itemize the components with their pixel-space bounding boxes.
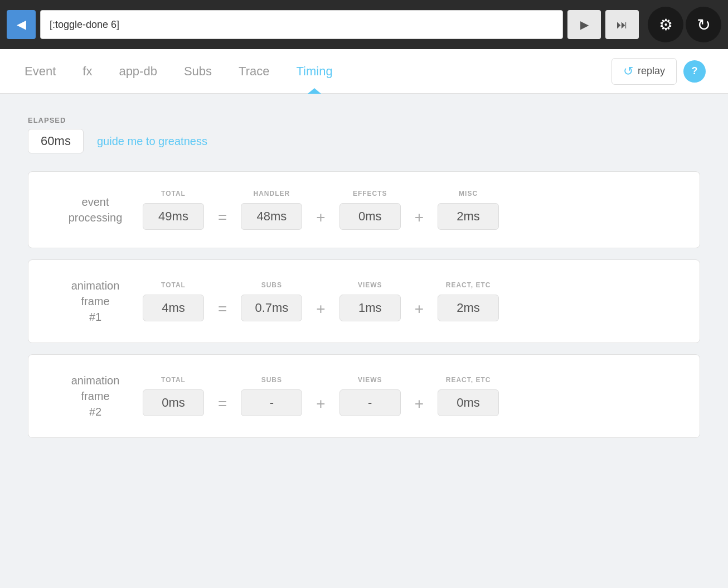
card-col3-value: 0ms — [438, 389, 499, 416]
command-input[interactable] — [40, 10, 563, 39]
wrench-icon: ⚙ — [659, 16, 673, 34]
card-plus2: + — [404, 395, 435, 413]
card-total-value: 49ms — [143, 203, 204, 230]
skip-button[interactable]: ⏭ — [605, 10, 639, 39]
card-total-label: TOTAL — [161, 190, 186, 197]
card-total-label: TOTAL — [161, 281, 186, 289]
card-col2-section: VIEWS 1ms — [337, 281, 404, 321]
card-plus1: + — [305, 300, 336, 318]
main-content: Event fx app-db Subs Trace Timing ↺ repl… — [0, 49, 728, 588]
card-plus1: + — [305, 209, 336, 226]
elapsed-section: ELAPSED 60ms guide me to greatness — [28, 116, 700, 153]
card-col1-value: 0.7ms — [241, 295, 302, 321]
refresh-icon: ↻ — [697, 15, 711, 35]
timing-card-event-processing: eventprocessing TOTAL 49ms = HANDLER 48m… — [28, 171, 700, 248]
card-col3-value: 2ms — [438, 203, 499, 230]
tab-nav: Event fx app-db Subs Trace Timing ↺ repl… — [0, 49, 728, 94]
card-col3-section: REACT, ETC 0ms — [435, 376, 502, 416]
card-equals: = — [207, 209, 238, 226]
card-col1-label: SUBS — [261, 281, 282, 289]
card-col2-label: EFFECTS — [353, 190, 387, 197]
card-total-label: TOTAL — [161, 376, 186, 384]
card-col1-section: SUBS - — [238, 376, 305, 416]
card-col3-section: REACT, ETC 2ms — [435, 281, 502, 321]
card-col1-label: HANDLER — [254, 190, 290, 197]
card-col2-value: 0ms — [339, 203, 401, 230]
card-col1-section: SUBS 0.7ms — [238, 281, 305, 321]
tab-nav-right: ↺ replay ? — [611, 58, 706, 85]
tab-timing[interactable]: Timing — [294, 49, 334, 94]
elapsed-value: 60ms — [28, 129, 84, 153]
skip-icon: ⏭ — [617, 18, 628, 31]
tab-app-db[interactable]: app-db — [117, 49, 159, 94]
card-plus2: + — [404, 209, 435, 226]
back-icon: ◀ — [17, 17, 26, 32]
card-col1-value: 48ms — [241, 203, 302, 230]
card-col3-label: MISC — [459, 190, 478, 197]
card-col2-label: VIEWS — [358, 376, 382, 384]
card-total-section: TOTAL 4ms — [140, 281, 207, 321]
card-col3-label: REACT, ETC — [446, 376, 491, 384]
card-label-animation-frame-1: animationframe#1 — [51, 278, 140, 325]
card-col2-section: EFFECTS 0ms — [337, 190, 404, 230]
card-total-value: 0ms — [143, 389, 204, 416]
back-button[interactable]: ◀ — [7, 10, 36, 39]
card-col2-section: VIEWS - — [337, 376, 404, 416]
card-col2-value: 1ms — [339, 295, 401, 321]
play-button[interactable]: ▶ — [567, 10, 601, 39]
card-total-section: TOTAL 0ms — [140, 376, 207, 416]
card-col3-label: REACT, ETC — [446, 281, 491, 289]
toolbar: ◀ ▶ ⏭ ⚙ ↻ — [0, 0, 728, 49]
card-col1-section: HANDLER 48ms — [238, 190, 305, 230]
tab-fx[interactable]: fx — [80, 49, 94, 94]
card-col2-value: - — [339, 389, 401, 416]
tab-subs[interactable]: Subs — [182, 49, 214, 94]
replay-button[interactable]: ↺ replay — [611, 58, 677, 85]
help-icon: ? — [692, 65, 698, 77]
refresh-button[interactable]: ↻ — [686, 7, 721, 42]
card-total-section: TOTAL 49ms — [140, 190, 207, 230]
card-col1-value: - — [241, 389, 302, 416]
elapsed-row: 60ms guide me to greatness — [28, 129, 700, 153]
tab-trace[interactable]: Trace — [236, 49, 271, 94]
card-equals: = — [207, 395, 238, 413]
help-button[interactable]: ? — [683, 60, 706, 83]
card-plus2: + — [404, 300, 435, 318]
card-label-event-processing: eventprocessing — [51, 194, 140, 225]
timing-card-animation-frame-1: animationframe#1 TOTAL 4ms = SUBS 0.7ms … — [28, 259, 700, 343]
card-equals: = — [207, 300, 238, 318]
card-col3-value: 2ms — [438, 295, 499, 321]
card-label-animation-frame-2: animationframe#2 — [51, 373, 140, 420]
tab-event[interactable]: Event — [22, 49, 58, 94]
cards-container: eventprocessing TOTAL 49ms = HANDLER 48m… — [28, 171, 700, 438]
card-col1-label: SUBS — [261, 376, 282, 384]
elapsed-label: ELAPSED — [28, 116, 700, 124]
play-icon: ▶ — [580, 18, 589, 31]
timing-card-animation-frame-2: animationframe#2 TOTAL 0ms = SUBS - + VI… — [28, 354, 700, 438]
guide-link[interactable]: guide me to greatness — [97, 135, 207, 148]
card-total-value: 4ms — [143, 295, 204, 321]
tab-nav-items: Event fx app-db Subs Trace Timing — [22, 49, 611, 94]
card-col2-label: VIEWS — [358, 281, 382, 289]
replay-icon: ↺ — [623, 64, 633, 79]
wrench-button[interactable]: ⚙ — [648, 7, 683, 42]
replay-label: replay — [638, 65, 665, 77]
card-col3-section: MISC 2ms — [435, 190, 502, 230]
card-plus1: + — [305, 395, 336, 413]
content-body: ELAPSED 60ms guide me to greatness event… — [0, 94, 728, 471]
toolbar-right: ⚙ ↻ — [648, 7, 721, 42]
